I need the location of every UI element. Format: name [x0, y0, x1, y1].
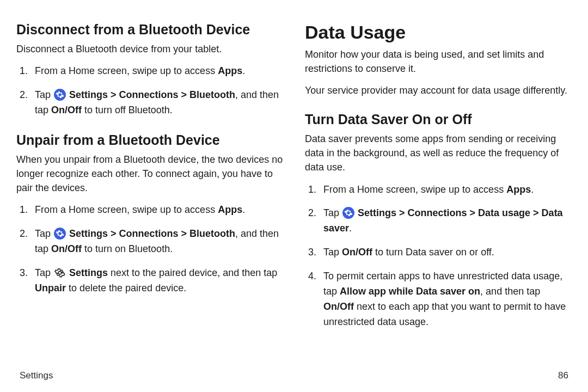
nav-path: Settings > Connections > Data usage > Da… [323, 207, 563, 234]
text: to delete the paired device. [66, 283, 186, 293]
text: From a Home screen, swipe up to access [35, 65, 218, 76]
settings-gear-icon [54, 228, 66, 240]
heading-unpair: Unpair from a Bluetooth Device [16, 132, 283, 148]
text: From a Home screen, swipe up to access [323, 184, 506, 195]
nav-path: Settings > Connections > Bluetooth [66, 89, 235, 100]
text: to turn on Bluetooth. [82, 243, 173, 254]
text: Tap [35, 267, 53, 278]
settings-gear-outline-icon [54, 267, 66, 279]
step: Tap Settings > Connections > Bluetooth, … [16, 226, 283, 257]
nav-path: Settings > Connections > Bluetooth [66, 228, 235, 239]
text: to turn Data saver on or off. [372, 247, 494, 258]
text: , and then tap [480, 286, 540, 297]
left-column: Disconnect from a Bluetooth Device Disco… [16, 22, 283, 366]
steps-unpair: From a Home screen, swipe up to access A… [16, 203, 283, 296]
steps-disconnect: From a Home screen, swipe up to access A… [16, 64, 283, 118]
settings-gear-icon [54, 89, 66, 101]
text: next to the paired device, and then tap [108, 267, 277, 278]
step: Tap Settings > Connections > Data usage … [305, 206, 572, 236]
para-disconnect: Disconnect a Bluetooth device from your … [16, 42, 283, 56]
steps-data-saver: From a Home screen, swipe up to access A… [305, 182, 572, 330]
para-data-usage-2: Your service provider may account for da… [305, 83, 572, 97]
step: Tap Settings > Connections > Bluetooth, … [16, 88, 283, 118]
text: . [349, 223, 352, 234]
on-off: On/Off [323, 301, 354, 312]
on-off: On/Off [342, 247, 372, 258]
heading-disconnect: Disconnect from a Bluetooth Device [16, 22, 283, 38]
text: Tap [323, 247, 342, 258]
on-off: On/Off [51, 243, 82, 254]
para-unpair: When you unpair from a Bluetooth device,… [16, 152, 283, 195]
text: to turn off Bluetooth. [82, 105, 173, 115]
text: Tap [35, 89, 53, 100]
apps-bold: Apps [218, 65, 242, 76]
para-data-saver: Data saver prevents some apps from sendi… [305, 132, 572, 174]
settings-gear-icon [342, 207, 354, 219]
step: To permit certain apps to have unrestric… [305, 269, 572, 330]
text: . [242, 204, 245, 215]
step: Tap Settings next to the paired device, … [16, 266, 283, 296]
apps-bold: Apps [218, 204, 242, 215]
text: next to each app that you want to permit… [323, 301, 566, 327]
footer-section: Settings [20, 370, 558, 381]
step: From a Home screen, swipe up to access A… [305, 182, 572, 198]
on-off: On/Off [51, 105, 82, 115]
settings-bold: Settings [66, 267, 108, 278]
text: . [531, 184, 534, 195]
step: From a Home screen, swipe up to access A… [16, 203, 283, 218]
text: Tap [35, 228, 53, 239]
page-footer: Settings 86 [16, 366, 572, 381]
allow-app-bold: Allow app while Data saver on [340, 286, 480, 297]
text: From a Home screen, swipe up to access [35, 204, 218, 215]
para-data-usage-1: Monitor how your data is being used, and… [305, 47, 572, 76]
footer-page-number: 86 [558, 370, 568, 381]
apps-bold: Apps [506, 184, 531, 195]
text: Tap [323, 207, 342, 218]
right-column: Data Usage Monitor how your data is bein… [305, 22, 572, 366]
heading-data-usage: Data Usage [305, 22, 572, 43]
text: . [242, 65, 245, 76]
step: From a Home screen, swipe up to access A… [16, 64, 283, 79]
heading-data-saver: Turn Data Saver On or Off [305, 112, 572, 127]
unpair-bold: Unpair [35, 283, 66, 293]
step: Tap On/Off to turn Data saver on or off. [305, 245, 572, 260]
